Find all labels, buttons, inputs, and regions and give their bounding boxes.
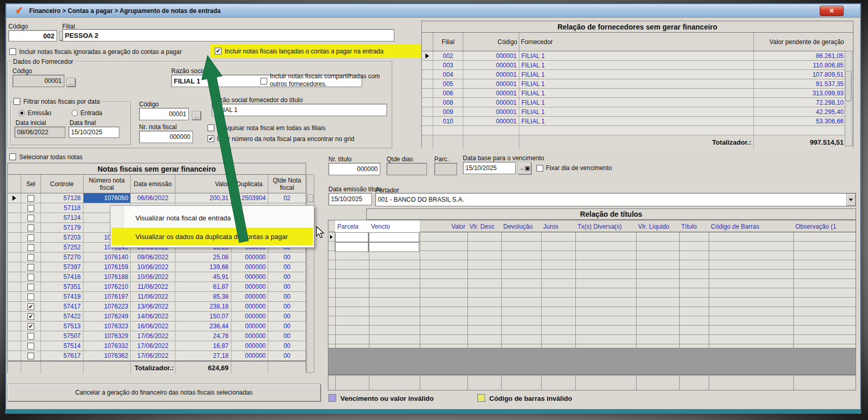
notas-scrollbar[interactable] xyxy=(307,174,314,373)
titulos-column-header[interactable]: Observação (1 xyxy=(793,220,857,233)
col-data-emissao[interactable]: Data emissão xyxy=(131,175,175,193)
row-select-checkbox[interactable] xyxy=(27,215,34,221)
titulos-column-header[interactable]: Código de Barras xyxy=(709,220,793,233)
incluir-ignoradas-checkbox[interactable] xyxy=(9,48,16,55)
titulos-column-header[interactable]: Devolução xyxy=(501,220,541,233)
table-row[interactable]: 010 000001 FILIAL 1 53.306,66 xyxy=(422,117,853,126)
table-row[interactable]: 57270 1076140 09/06/2022 25,08 000000 00 xyxy=(8,253,306,262)
row-select-checkbox[interactable] xyxy=(27,293,34,300)
entrada-radio[interactable] xyxy=(72,110,78,116)
table-row[interactable]: 004 000001 FILIAL 1 107.809,51 xyxy=(422,70,853,79)
close-button[interactable]: ✕ xyxy=(820,6,844,16)
col-sel[interactable]: Sel xyxy=(21,175,41,193)
row-select-checkbox[interactable] xyxy=(27,343,34,349)
row-select-checkbox[interactable] xyxy=(27,274,34,281)
table-row[interactable]: 57422 1076249 14/06/2022 150,07 000000 0… xyxy=(8,312,306,321)
nr-titulo-label: Nr. título xyxy=(328,156,352,163)
titulos-column-header[interactable]: Parcela xyxy=(335,220,369,233)
row-select-checkbox[interactable] xyxy=(27,284,34,290)
table-row[interactable]: 002 000001 FILIAL 1 86.261,05 xyxy=(422,51,853,61)
col-qtde[interactable]: Qtde Nota fiscal xyxy=(268,175,306,193)
scrollbar-thumb[interactable] xyxy=(846,71,851,101)
incluir-lancadas-checkbox[interactable] xyxy=(215,48,222,54)
row-select-checkbox[interactable] xyxy=(27,205,34,212)
parc-field[interactable] xyxy=(434,163,457,175)
portador-combobox[interactable]: 001 - BANCO DO BRASIL S.A. xyxy=(375,193,856,206)
data-base-field[interactable]: 15/10/2025 xyxy=(463,162,516,174)
titulo-codigo-field[interactable]: 00001 xyxy=(139,108,189,120)
col-filial[interactable]: Filial xyxy=(433,33,463,51)
row-select-checkbox[interactable] xyxy=(27,234,34,241)
menu-item-visualizar-duplicata[interactable]: Visualizar os dados da duplicata do cont… xyxy=(112,228,313,245)
table-row[interactable]: 006 000001 FILIAL 1 313.099,93 xyxy=(422,89,853,98)
select-all-checkbox[interactable] xyxy=(9,153,16,160)
title-bar[interactable]: ✔ Financeiro > Contas a pagar > Agrupame… xyxy=(6,4,860,18)
titulos-column-header[interactable]: Vlr. Desc xyxy=(467,220,501,233)
table-row[interactable]: 57514 1076332 17/06/2022 16,87 000000 00 xyxy=(8,341,306,351)
table-row[interactable]: 57507 1076329 17/06/2022 24,78 000000 00 xyxy=(8,331,306,341)
row-select-checkbox[interactable] xyxy=(27,323,34,330)
row-select-checkbox[interactable] xyxy=(27,254,34,261)
col-codigo[interactable]: Código xyxy=(463,33,519,51)
codigo-field[interactable]: 002 xyxy=(8,30,57,41)
titulos-column-header[interactable]: Título xyxy=(679,220,709,233)
apply-date-button[interactable]: →▣ xyxy=(518,162,531,174)
col-fornecedor[interactable]: Fornecedor xyxy=(519,33,754,51)
parcela-cell-active[interactable] xyxy=(335,232,368,242)
compartilhadas-checkbox[interactable] xyxy=(260,78,267,85)
titulo-razao-field[interactable]: FILIAL 1 xyxy=(212,104,387,116)
titulos-column-header[interactable]: Vencto xyxy=(369,220,420,233)
col-controle[interactable]: Controle xyxy=(41,175,84,193)
row-select-checkbox[interactable] xyxy=(27,333,34,340)
data-final-field[interactable]: 15/10/2025 xyxy=(68,127,119,138)
row-select-checkbox[interactable] xyxy=(27,313,34,320)
col-duplicata[interactable]: Duplicata xyxy=(231,175,269,193)
cancelar-geracao-button[interactable]: Cancelar a geração do financeiro das not… xyxy=(7,384,321,401)
fornecedor-codigo-field[interactable]: 00001 xyxy=(12,75,64,87)
row-select-checkbox[interactable] xyxy=(27,244,34,251)
usar-numero-checkbox[interactable] xyxy=(208,135,214,142)
data-emissao-titulo-field[interactable]: 15/10/2025 xyxy=(328,193,372,205)
fixar-vencimento-checkbox[interactable] xyxy=(536,165,543,172)
titulos-column-header[interactable]: Valor xyxy=(420,220,467,233)
row-select-checkbox[interactable] xyxy=(27,225,34,231)
row-select-checkbox[interactable] xyxy=(27,303,34,310)
col-valor-pendente[interactable]: Valor pendente de geração xyxy=(754,33,846,51)
filtrar-data-checkbox[interactable] xyxy=(13,98,20,105)
filial-field[interactable]: PESSOA 2 xyxy=(62,29,394,41)
col-valor[interactable]: Valor xyxy=(175,175,231,193)
qtde-dias-field[interactable] xyxy=(387,163,427,175)
table-row[interactable]: 57416 1076188 10/06/2022 45,91 000000 00 xyxy=(8,272,306,282)
fornecedor-browse-button[interactable]: ... xyxy=(66,78,75,87)
table-row[interactable]: 57419 1076197 11/06/2022 85,38 000000 00 xyxy=(8,292,306,302)
table-row[interactable]: 005 000001 FILIAL 1 91.537,35 xyxy=(422,79,853,89)
titulo-browse-button[interactable]: ... xyxy=(192,111,201,120)
row-select-checkbox[interactable] xyxy=(27,195,34,202)
scrollbar-thumb[interactable] xyxy=(308,194,313,202)
menu-item-visualizar-nota[interactable]: Visualizar nota fiscal de entrada xyxy=(112,209,313,227)
portador-dropdown-button[interactable] xyxy=(846,193,856,206)
vencto-cell-active[interactable] xyxy=(368,232,419,242)
pesquisar-checkbox[interactable] xyxy=(208,124,214,131)
table-row[interactable]: 57617 1076362 17/06/2022 27,18 000000 00 xyxy=(8,351,306,361)
table-row[interactable]: 003 000001 FILIAL 1 110.806,85 xyxy=(422,61,853,70)
titulos-column-header[interactable]: Juros xyxy=(541,220,575,233)
titulos-grid-body[interactable] xyxy=(328,232,856,348)
table-row[interactable]: 008 000001 FILIAL 1 72.298,10 xyxy=(422,98,853,107)
nr-nota-field[interactable]: 000000 xyxy=(139,131,193,143)
fornecedores-scrollbar[interactable] xyxy=(845,51,852,146)
table-row[interactable]: 57128 1076050 06/06/2022 200,31 2503904 … xyxy=(8,193,306,203)
titulos-column-header[interactable]: Vlr. Líquido xyxy=(636,220,679,233)
row-select-checkbox[interactable] xyxy=(27,353,34,359)
table-row[interactable]: 009 000001 FILIAL 1 42.295,40 xyxy=(422,107,853,117)
table-row[interactable]: 57513 1076323 16/06/2022 236,44 000000 0… xyxy=(8,321,306,331)
table-row[interactable]: 57397 1076159 10/06/2022 139,66 000000 0… xyxy=(8,262,306,272)
table-row[interactable]: 57417 1076223 13/06/2022 238,18 000000 0… xyxy=(8,302,306,312)
table-row[interactable]: 57351 1076210 11/06/2022 61,87 000000 00 xyxy=(8,282,306,292)
nr-titulo-field[interactable]: 000000 xyxy=(328,163,380,175)
data-inicial-field[interactable]: 08/06/2022 xyxy=(15,127,65,138)
col-numero[interactable]: Número nota fiscal xyxy=(84,175,131,193)
titulos-column-header[interactable]: Tx(s) Diversa(s) xyxy=(575,220,636,233)
row-select-checkbox[interactable] xyxy=(27,264,34,271)
emissao-radio[interactable] xyxy=(19,110,25,116)
